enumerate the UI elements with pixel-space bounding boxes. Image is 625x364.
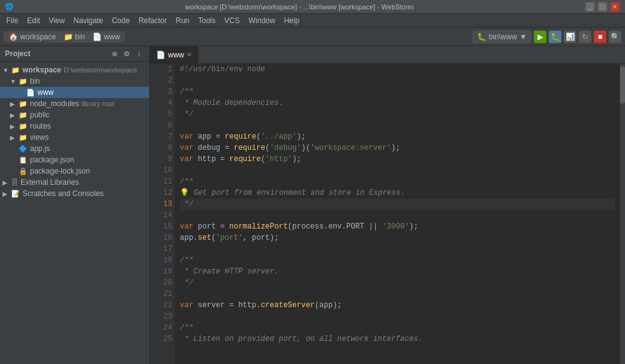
tab-icon: 📄 bbox=[156, 51, 165, 59]
sidebar: Project ⊕ ⚙ ↕ ▼ 📁 workspace D:\webstorm\… bbox=[0, 46, 150, 364]
line-numbers: 1 2 3 4 5 6 7 8 9 10 11 12 13 14 15 16 1… bbox=[150, 64, 175, 364]
scrollbar-thumb bbox=[620, 66, 625, 104]
tree-item-packagelockjson[interactable]: ▶ 🔒 package-lock.json bbox=[0, 165, 149, 177]
menu-bar: File Edit View Navigate Code Refactor Ru… bbox=[0, 14, 625, 27]
sidebar-tree: ▼ 📁 workspace D:\webstorm\workspace ▼ 📁 … bbox=[0, 62, 149, 364]
run-button[interactable]: ▶ bbox=[534, 31, 546, 43]
code-line-23 bbox=[180, 311, 615, 322]
tab-label: www bbox=[168, 51, 184, 59]
tree-item-workspace[interactable]: ▼ 📁 workspace D:\webstorm\workspace bbox=[0, 64, 149, 76]
code-line-10 bbox=[180, 165, 615, 176]
run-config-dropdown[interactable]: 🐛 bin\www ▼ bbox=[473, 31, 531, 43]
coverage-button[interactable]: 📊 bbox=[564, 31, 576, 43]
step-button[interactable]: ↻ bbox=[579, 31, 591, 43]
menu-code[interactable]: Code bbox=[108, 15, 134, 26]
sidebar-layout-button[interactable]: ↕ bbox=[134, 49, 144, 59]
sidebar-settings-button[interactable]: ⚙ bbox=[122, 49, 132, 59]
code-line-2 bbox=[180, 75, 615, 86]
code-line-11: /** bbox=[180, 176, 615, 187]
menu-help[interactable]: Help bbox=[280, 15, 303, 26]
code-line-7: var app = require('../app'); bbox=[180, 131, 615, 142]
toolbar-right: 🐛 bin\www ▼ ▶ 🐛 📊 ↻ ■ 🔍 bbox=[473, 31, 621, 43]
code-line-5: */ bbox=[180, 109, 615, 120]
tree-item-packagejson[interactable]: ▶ 📋 package.json bbox=[0, 154, 149, 165]
sidebar-add-button[interactable]: ⊕ bbox=[109, 49, 119, 59]
code-line-14 bbox=[180, 210, 615, 221]
code-line-4: * Module dependencies. bbox=[180, 97, 615, 109]
menu-tools[interactable]: Tools bbox=[194, 15, 219, 26]
code-line-25: * Listen on provided port, on all networ… bbox=[180, 333, 615, 345]
code-line-17 bbox=[180, 243, 615, 255]
window-controls: _ □ ✕ bbox=[585, 2, 620, 12]
search-button[interactable]: 🔍 bbox=[609, 31, 621, 43]
tree-item-www[interactable]: ▶ 📄 www bbox=[0, 87, 149, 98]
code-line-20: */ bbox=[180, 277, 615, 288]
menu-refactor[interactable]: Refactor bbox=[135, 15, 170, 26]
editor-tabs: 📄 www ✕ bbox=[150, 46, 625, 64]
code-line-18: /** bbox=[180, 255, 615, 266]
code-line-22: var server = http.createServer(app); bbox=[180, 300, 615, 311]
menu-run[interactable]: Run bbox=[172, 15, 193, 26]
tree-item-appjs[interactable]: ▶ 🔷 app.js bbox=[0, 143, 149, 154]
tree-item-bin[interactable]: ▼ 📁 bin bbox=[0, 76, 149, 87]
tree-item-routes[interactable]: ▶ 📁 routes bbox=[0, 121, 149, 132]
tree-item-scratches[interactable]: ▶ 📝 Scratches and Consoles bbox=[0, 188, 149, 199]
editor-area: 📄 www ✕ 1 2 3 4 5 6 7 8 9 10 11 12 13 14 bbox=[150, 46, 625, 364]
breadcrumb[interactable]: 🏠 workspace › 📁 bin › 📄 www bbox=[4, 31, 125, 42]
toolbar: 🏠 workspace › 📁 bin › 📄 www 🐛 bin\www ▼ … bbox=[0, 27, 625, 46]
menu-navigate[interactable]: Navigate bbox=[70, 15, 107, 26]
menu-edit[interactable]: Edit bbox=[23, 15, 44, 26]
title-bar: 🌐 workspace [D:\webstorm\workspace] - ..… bbox=[0, 0, 625, 14]
maximize-button[interactable]: □ bbox=[598, 2, 608, 12]
sidebar-title: Project bbox=[5, 49, 107, 58]
sidebar-header: Project ⊕ ⚙ ↕ bbox=[0, 46, 149, 62]
menu-view[interactable]: View bbox=[45, 15, 69, 26]
code-editor[interactable]: #!/usr/bin/env node /** * Module depende… bbox=[175, 64, 620, 364]
code-line-3: /** bbox=[180, 86, 615, 97]
main-layout: Project ⊕ ⚙ ↕ ▼ 📁 workspace D:\webstorm\… bbox=[0, 46, 625, 364]
stop-button[interactable]: ■ bbox=[594, 31, 606, 43]
breadcrumb-bin: 📁 bin bbox=[64, 32, 85, 41]
tree-item-views[interactable]: ▶ 📁 views bbox=[0, 132, 149, 143]
tab-close-www[interactable]: ✕ bbox=[187, 51, 192, 58]
breadcrumb-www: 📄 www bbox=[92, 32, 120, 41]
tree-item-node-modules[interactable]: ▶ 📁 node_modules library root bbox=[0, 98, 149, 109]
debug-button[interactable]: 🐛 bbox=[549, 31, 561, 43]
window-title: workspace [D:\webstorm\workspace] - ...\… bbox=[14, 3, 585, 11]
code-line-12: 💡 Get port from environment and store in… bbox=[180, 187, 615, 199]
breadcrumb-workspace: 🏠 workspace bbox=[9, 32, 56, 41]
code-line-19: * Create HTTP server. bbox=[180, 266, 615, 277]
code-line-24: /** bbox=[180, 322, 615, 333]
menu-vcs[interactable]: VCS bbox=[220, 15, 244, 26]
code-line-21 bbox=[180, 288, 615, 300]
tree-item-external-libraries[interactable]: ▶ 🗄 External Libraries bbox=[0, 177, 149, 188]
editor-tab-www[interactable]: 📄 www ✕ bbox=[150, 46, 199, 63]
run-config-label: bin\www bbox=[489, 32, 517, 41]
code-line-8: var debug = require('debug')('workspace:… bbox=[180, 142, 615, 154]
menu-window[interactable]: Window bbox=[245, 15, 279, 26]
code-line-6 bbox=[180, 120, 615, 131]
code-line-9: var http = require('http'); bbox=[180, 154, 615, 165]
code-line-13: */ bbox=[180, 199, 615, 210]
minimize-button[interactable]: _ bbox=[585, 2, 595, 12]
editor-scrollbar[interactable] bbox=[620, 64, 625, 364]
app-icon: 🌐 bbox=[5, 2, 14, 11]
code-line-16: app.set('port', port); bbox=[180, 232, 615, 243]
code-line-15: var port = normalizePort(process.env.POR… bbox=[180, 221, 615, 232]
code-line-1: #!/usr/bin/env node bbox=[180, 64, 615, 75]
menu-file[interactable]: File bbox=[2, 15, 22, 26]
tree-item-public[interactable]: ▶ 📁 public bbox=[0, 109, 149, 121]
editor-content: 1 2 3 4 5 6 7 8 9 10 11 12 13 14 15 16 1… bbox=[150, 64, 625, 364]
close-button[interactable]: ✕ bbox=[610, 2, 620, 12]
